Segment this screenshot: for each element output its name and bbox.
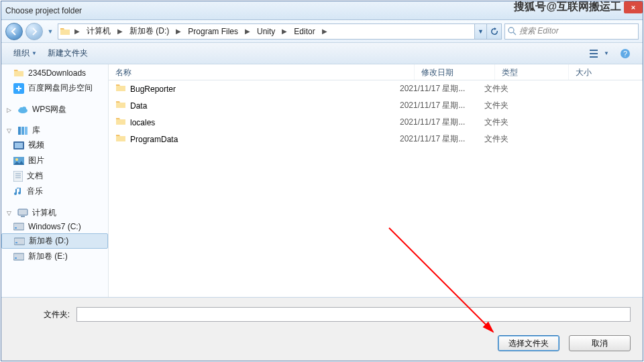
sidebar-item-2345downloads[interactable]: 2345Downloads <box>1 66 108 80</box>
folder-name-input[interactable] <box>76 307 631 322</box>
watermark-close: × <box>624 1 643 13</box>
sync-icon <box>13 83 24 94</box>
dialog-bottom: 文件夹: 选择文件夹 取消 <box>1 297 643 361</box>
drive-icon <box>13 253 24 261</box>
sidebar-item-label: 音乐 <box>27 186 43 197</box>
sidebar-item-label: 新加卷 (E:) <box>28 251 68 262</box>
breadcrumb-editor[interactable]: Editor <box>290 24 319 39</box>
refresh-button[interactable] <box>486 23 501 40</box>
drive-icon <box>13 223 24 231</box>
svg-point-9 <box>22 107 26 111</box>
sidebar-item-label: Windows7 (C:) <box>28 222 81 231</box>
sidebar-item-label: 新加卷 (D:) <box>29 235 68 247</box>
table-row[interactable]: BugReporter2021/11/17 星期...文件夹 <box>109 80 643 97</box>
svg-rect-18 <box>18 209 28 215</box>
toolbar: 组织 ▼ 新建文件夹 ▼ ? <box>1 43 643 64</box>
search-input[interactable]: 搜索 Editor <box>504 23 639 40</box>
view-options-button[interactable]: ▼ <box>584 46 614 61</box>
search-placeholder: 搜索 Editor <box>519 25 559 37</box>
chevron-right-icon: ▷ <box>7 107 13 113</box>
svg-rect-24 <box>13 253 24 260</box>
address-bar[interactable]: ▶ 计算机 ▶ 新加卷 (D:) ▶ Program Files ▶ Unity… <box>58 23 502 40</box>
new-folder-button[interactable]: 新建文件夹 <box>42 45 93 62</box>
sidebar-item-label: 视频 <box>28 139 44 151</box>
picture-icon <box>13 157 24 165</box>
folder-icon <box>115 82 126 95</box>
file-rows: BugReporter2021/11/17 星期...文件夹Data2021/1… <box>109 80 643 297</box>
folder-label: 文件夹: <box>13 309 70 320</box>
table-row[interactable]: Data2021/11/17 星期...文件夹 <box>109 97 643 114</box>
breadcrumb-arrow[interactable]: ▶ <box>319 24 330 39</box>
table-row[interactable]: ProgramData2021/11/17 星期...文件夹 <box>109 131 643 147</box>
breadcrumb-programfiles[interactable]: Program Files <box>184 24 242 39</box>
address-dropdown[interactable]: ▼ <box>474 23 486 40</box>
svg-rect-23 <box>15 242 17 243</box>
folder-icon <box>58 26 72 37</box>
sidebar-group-label: WPS网盘 <box>32 104 66 115</box>
chevron-down-icon: ▽ <box>7 127 13 134</box>
sidebar-item-music[interactable]: 音乐 <box>1 184 108 199</box>
row-name: ProgramData <box>130 135 178 144</box>
row-name: Data <box>130 101 147 111</box>
forward-button[interactable] <box>25 23 43 40</box>
view-icon <box>590 49 602 58</box>
row-date: 2021/11/17 星期... <box>400 100 480 111</box>
svg-text:?: ? <box>623 50 627 58</box>
column-date[interactable]: 修改日期 <box>415 64 495 80</box>
help-icon: ? <box>620 48 631 59</box>
select-folder-button[interactable]: 选择文件夹 <box>498 335 559 351</box>
svg-rect-12 <box>25 127 28 135</box>
folder-name-row: 文件夹: <box>13 307 631 322</box>
drive-icon <box>14 237 25 245</box>
svg-point-16 <box>15 158 18 161</box>
sidebar-item-documents[interactable]: 文档 <box>1 168 108 184</box>
arrow-right-icon <box>30 27 38 36</box>
column-name[interactable]: 名称 <box>109 64 415 80</box>
help-button[interactable]: ? <box>614 46 636 62</box>
breadcrumb-arrow[interactable]: ▶ <box>242 24 253 39</box>
folder-icon <box>115 116 126 129</box>
breadcrumb-unity[interactable]: Unity <box>253 24 279 39</box>
sidebar-group-wps[interactable]: ▷ WPS网盘 <box>1 96 108 117</box>
dialog-body: 2345Downloads 百度网盘同步空间 ▷ WPS网盘 ▽ 库 视频 <box>1 64 643 297</box>
computer-icon <box>17 208 28 218</box>
svg-rect-3 <box>590 56 598 58</box>
breadcrumb-arrow[interactable]: ▶ <box>173 24 184 39</box>
sidebar-item-label: 文档 <box>27 170 43 182</box>
sidebar-group-libraries[interactable]: ▽ 库 <box>1 117 108 137</box>
sidebar-item-drive-c[interactable]: Windows7 (C:) <box>1 220 108 233</box>
breadcrumb-arrow[interactable]: ▶ <box>115 24 125 39</box>
column-size[interactable]: 大小 <box>569 64 643 80</box>
new-folder-label: 新建文件夹 <box>48 48 88 59</box>
folder-icon <box>13 68 24 78</box>
sidebar-item-videos[interactable]: 视频 <box>1 137 108 153</box>
sidebar: 2345Downloads 百度网盘同步空间 ▷ WPS网盘 ▽ 库 视频 <box>1 64 109 297</box>
column-type[interactable]: 类型 <box>495 64 569 80</box>
back-button[interactable] <box>5 23 23 40</box>
sidebar-item-drive-d[interactable]: 新加卷 (D:) <box>1 233 108 249</box>
sidebar-group-label: 计算机 <box>32 207 56 219</box>
sidebar-item-drive-e[interactable]: 新加卷 (E:) <box>1 249 108 264</box>
row-type: 文件夹 <box>484 100 558 111</box>
svg-rect-19 <box>21 216 25 217</box>
breadcrumb-arrow[interactable]: ▶ <box>279 24 290 39</box>
sidebar-group-label: 库 <box>32 125 40 136</box>
sidebar-group-computer[interactable]: ▽ 计算机 <box>1 199 108 220</box>
svg-rect-2 <box>590 53 598 54</box>
cancel-button[interactable]: 取消 <box>569 335 631 351</box>
svg-rect-25 <box>15 257 17 259</box>
cloud-icon <box>17 106 28 114</box>
sidebar-item-pictures[interactable]: 图片 <box>1 153 108 168</box>
row-name: BugReporter <box>130 84 176 94</box>
breadcrumb-arrow[interactable]: ▶ <box>72 24 83 39</box>
breadcrumb-drive[interactable]: 新加卷 (D:) <box>125 24 173 39</box>
sidebar-item-label: 图片 <box>28 155 44 166</box>
sidebar-item-baidu-sync[interactable]: 百度网盘同步空间 <box>1 80 108 96</box>
history-dropdown[interactable]: ▼ <box>46 23 55 40</box>
breadcrumb-computer[interactable]: 计算机 <box>83 24 115 39</box>
watermark-text: 搜狐号@互联网搬运工 <box>514 0 621 14</box>
table-row[interactable]: locales2021/11/17 星期...文件夹 <box>109 114 643 131</box>
organize-menu[interactable]: 组织 ▼ <box>8 45 42 62</box>
button-row: 选择文件夹 取消 <box>13 335 631 351</box>
svg-rect-22 <box>14 238 25 245</box>
